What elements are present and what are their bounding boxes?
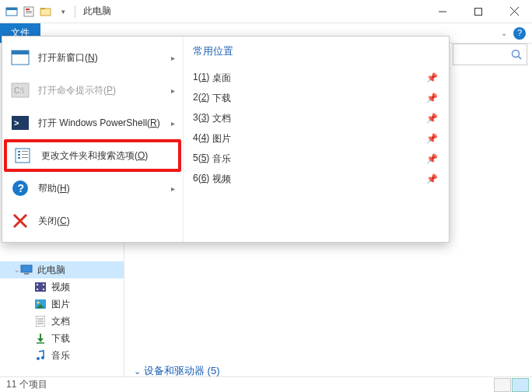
svg-rect-41 (12, 51, 29, 54)
menu-open-cmd: C:\ 打开命令提示符(P) ▸ (4, 74, 181, 107)
close-menu-icon (10, 211, 30, 231)
status-text: 11 个项目 (6, 378, 47, 391)
svg-rect-14 (21, 265, 32, 272)
menu-label: 打开 Windows PowerShell(R) (38, 117, 160, 130)
svg-rect-46 (16, 149, 30, 163)
app-icon (5, 5, 19, 19)
frequent-label: 下载 (212, 92, 231, 105)
menu-close[interactable]: 关闭(C) (4, 205, 181, 237)
svg-rect-52 (22, 157, 28, 158)
svg-rect-20 (43, 289, 44, 290)
svg-rect-51 (22, 154, 28, 155)
menu-label: 关闭(C) (38, 215, 70, 228)
powershell-icon: > (10, 113, 30, 133)
nav-music[interactable]: 音乐 (0, 347, 124, 364)
minimize-button[interactable] (425, 0, 460, 23)
frequent-index: 5(5) (193, 152, 209, 166)
menu-open-powershell[interactable]: > 打开 Windows PowerShell(R) ▸ (4, 107, 181, 139)
svg-rect-16 (35, 282, 46, 292)
pin-icon[interactable]: 📌 (426, 173, 438, 184)
search-input[interactable] (453, 44, 527, 65)
menu-change-folder-options[interactable]: 更改文件夹和搜索选项(O) (4, 139, 181, 172)
menu-label: 打开新窗口(N) (38, 51, 98, 65)
nav-downloads[interactable]: 下载 (0, 330, 124, 347)
svg-rect-9 (475, 8, 482, 15)
nav-this-pc[interactable]: ⌄ 此电脑 (0, 261, 124, 278)
window-title: 此电脑 (83, 5, 111, 18)
pin-icon[interactable]: 📌 (426, 133, 438, 144)
nav-label: 音乐 (51, 349, 70, 362)
pin-icon[interactable]: 📌 (426, 153, 438, 164)
menu-help[interactable]: ? 帮助(H) ▸ (4, 172, 181, 205)
frequent-label: 桌面 (212, 72, 231, 85)
pin-icon[interactable]: 📌 (426, 113, 438, 124)
svg-rect-4 (26, 11, 32, 12)
svg-rect-28 (40, 334, 41, 339)
chevron-down-icon: ⌄ (134, 366, 141, 376)
svg-text:C:\: C:\ (14, 86, 24, 95)
svg-rect-50 (22, 151, 28, 152)
pin-icon[interactable]: 📌 (426, 93, 438, 103)
nav-label: 下载 (51, 332, 70, 345)
maximize-button[interactable] (460, 0, 496, 23)
view-large-button[interactable] (512, 378, 529, 392)
qat-properties-icon[interactable] (22, 5, 36, 19)
svg-rect-17 (37, 284, 38, 285)
qat-new-folder-icon[interactable] (39, 5, 53, 19)
document-icon (34, 315, 47, 327)
frequent-item[interactable]: 2(2) 下载📌 (193, 88, 443, 108)
view-details-button[interactable] (494, 378, 511, 392)
frequent-label: 图片 (212, 132, 231, 145)
submenu-arrow-icon: ▸ (171, 119, 175, 128)
help-menu-icon: ? (10, 178, 30, 198)
status-bar: 11 个项目 (0, 376, 532, 392)
frequent-index: 1(1) (193, 72, 209, 85)
cmd-icon: C:\ (10, 80, 30, 100)
frequent-index: 2(2) (193, 92, 209, 105)
svg-point-12 (513, 51, 520, 58)
submenu-arrow-icon: ▸ (171, 86, 175, 95)
help-icon[interactable]: ? (513, 27, 526, 40)
chevron-down-icon[interactable]: ⌄ (14, 266, 20, 274)
ribbon-expand-icon[interactable]: ⌄ (501, 29, 507, 37)
nav-videos[interactable]: 视频 (0, 278, 124, 296)
frequent-index: 4(4) (193, 132, 209, 145)
options-icon (13, 145, 33, 166)
new-window-icon (10, 47, 30, 68)
file-menu: 打开新窗口(N) ▸ C:\ 打开命令提示符(P) ▸ > 打开 Windows… (2, 36, 450, 243)
picture-icon (34, 298, 47, 310)
nav-documents[interactable]: 文档 (0, 313, 124, 330)
svg-text:?: ? (18, 182, 25, 194)
frequent-item[interactable]: 5(5) 音乐📌 (193, 149, 443, 169)
nav-label: 图片 (51, 298, 70, 311)
menu-label: 帮助(H) (38, 182, 70, 195)
music-icon (34, 349, 47, 362)
svg-rect-7 (40, 8, 45, 9)
close-button[interactable] (496, 0, 532, 23)
submenu-arrow-icon: ▸ (171, 184, 175, 193)
nav-pictures[interactable]: 图片 (0, 296, 124, 313)
nav-label: 视频 (51, 281, 70, 294)
svg-text:>: > (14, 118, 19, 128)
svg-rect-48 (18, 154, 20, 156)
svg-rect-49 (18, 157, 20, 159)
frequent-item[interactable]: 6(6) 视频📌 (193, 169, 443, 189)
svg-point-31 (37, 357, 40, 360)
pin-icon[interactable]: 📌 (426, 72, 438, 83)
svg-rect-3 (26, 9, 30, 10)
menu-open-new-window[interactable]: 打开新窗口(N) ▸ (4, 41, 181, 74)
video-icon (34, 281, 47, 293)
svg-rect-18 (37, 289, 38, 290)
frequent-item[interactable]: 1(1) 桌面📌 (193, 68, 443, 88)
svg-rect-5 (26, 12, 32, 13)
nav-label: 文档 (51, 315, 70, 328)
frequent-item[interactable]: 3(3) 文档📌 (193, 108, 443, 128)
frequent-title: 常用位置 (193, 44, 443, 58)
nav-label: 此电脑 (37, 264, 65, 277)
svg-rect-6 (40, 9, 51, 16)
qat-dropdown-icon[interactable]: ▾ (56, 5, 70, 19)
svg-rect-15 (24, 273, 29, 275)
frequent-item[interactable]: 4(4) 图片📌 (193, 128, 443, 149)
menu-label: 更改文件夹和搜索选项(O) (41, 149, 148, 163)
svg-rect-1 (6, 8, 17, 10)
